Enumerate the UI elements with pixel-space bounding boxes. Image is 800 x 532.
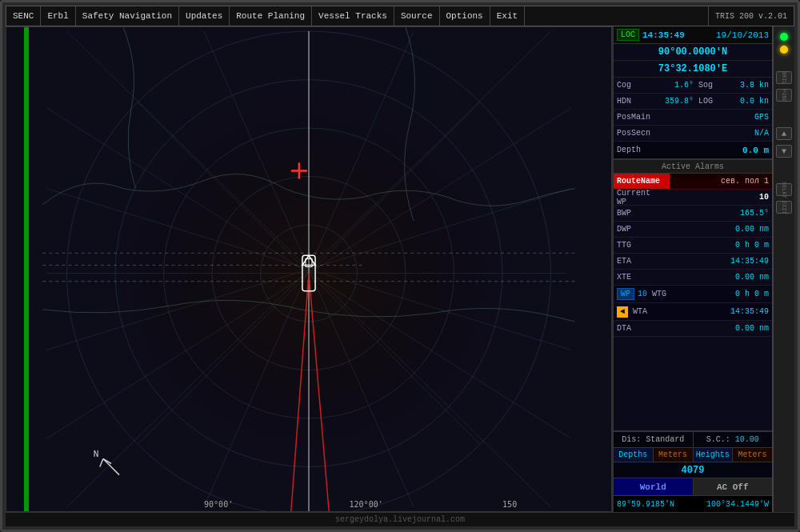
menu-bar: SENC Erbl Safety Navigation Updates Rout… [6,6,794,26]
posmain-row: PosMain GPS [614,110,772,126]
possecn-value: N/A [658,129,772,138]
bottom-coord2: 100°34.1449'W [706,500,769,509]
cog-label: Cog [614,81,650,90]
bwp-label: BWP [614,209,658,218]
eta-label: ETA [614,257,658,266]
green-vertical-bar [24,27,29,511]
brand-label: TRIS 200 v.2.01 [708,6,794,26]
menu-item-updates[interactable]: Updates [179,6,230,26]
xte-label: XTE [614,273,658,282]
wtg-value: 0 h 0 m [666,290,772,298]
main-content: N 90°00' 120°00' 150 sergeydolya.livejou… [6,26,794,512]
route-name-row: RouteName сев. пол 1 [614,174,772,190]
selkt-button[interactable]: SELKT [776,183,792,196]
exit-bezel-button[interactable]: EXIT [776,201,792,214]
cog-value: 1.6° [650,81,697,90]
menu-item-safety-nav[interactable]: Safety Navigation [76,6,179,26]
watermark-text: sergeydolya.livejournal.com [335,515,465,524]
sog-value: 3.8 kn [725,81,772,90]
route-name-label: RouteName [614,174,670,189]
wta-label: WTA [633,307,647,316]
date-display: 19/10/2013 [716,30,769,40]
bwp-row: BWP 165.5° [614,206,772,222]
depth-label: Depth [614,146,658,154]
wp-num: 10 [638,290,647,298]
dwp-value: 0.00 nm [658,225,772,234]
ttg-label: TTG [614,241,658,250]
posmain-label: PosMain [614,113,658,122]
eta-value: 14:35:49 [658,257,772,266]
alarms-label: Active Alarms [662,162,724,171]
bottom-section: Dis: Standard S.C.: 10.00 Depths Meters [614,430,772,512]
depth-row: Depth 0.0 m [614,142,772,159]
current-wp-label: Current WP [614,189,658,206]
svg-text:120°00': 120°00' [349,500,382,509]
func-button[interactable]: FUNC [776,89,792,102]
scale-number: 4079 [682,465,705,476]
cog-sog-row: Cog 1.6° Sog 3.8 kn [614,78,772,94]
log-value: 0.0 kn [725,97,772,106]
menu-item-route-planing[interactable]: Route Planing [230,6,312,26]
wp-label: WP [617,288,634,300]
eta-row: ETA 14:35:49 [614,254,772,270]
possecn-row: PosSecn N/A [614,126,772,142]
radar-display: N 90°00' 120°00' 150 sergeydolya.livejou… [6,27,611,511]
status-bar: LOC 14:35:49 19/10/2013 [614,26,772,44]
svg-text:90°00': 90°00' [204,500,233,509]
world-button[interactable]: World [614,478,694,495]
dis-sc-row: Dis: Standard S.C.: 10.00 [614,432,772,448]
side-buttons-panel: BRIL FUNC ▲ ▼ SELKT EXIT [772,26,794,512]
outer-bezel: SENC Erbl Safety Navigation Updates Rout… [0,0,800,532]
depths-label[interactable]: Depths [614,448,654,462]
sc-cell: S.C.: 10.00 [694,432,773,447]
wp-wtg-row: WP 10 WTG 0 h 0 m [614,286,772,303]
led-green [780,33,788,41]
hdn-label: HDN [614,97,650,106]
menu-item-erbl[interactable]: Erbl [41,6,75,26]
menu-item-vessel-tracks[interactable]: Vessel Tracks [312,6,394,26]
wta-value: 14:35:49 [647,307,772,316]
wtg-label: WTG [652,290,666,298]
xte-row: XTE 0.00 nm [614,270,772,286]
xte-value: 0.00 nm [658,273,772,282]
menu-item-senc[interactable]: SENC [6,6,41,26]
loc-indicator: LOC [617,29,639,41]
alarms-bar: Active Alarms [614,159,772,174]
depth-value: 0.0 m [658,146,772,155]
chart-area[interactable]: N 90°00' 120°00' 150 sergeydolya.livejou… [6,26,612,512]
route-name-value: сев. пол 1 [670,177,772,186]
current-wp-row: Current WP 10 [614,190,772,206]
meters1-label[interactable]: Meters [654,448,694,462]
posmain-value: GPS [658,113,772,122]
heights-label[interactable]: Heights [694,448,734,462]
hdn-log-row: HDN 359.8° LOG 0.0 kn [614,94,772,110]
menu-item-source[interactable]: Source [394,6,440,26]
dwp-label: DWP [614,225,658,234]
svg-text:N: N [94,449,99,459]
latitude-display: 90°00.0000'N [614,44,772,61]
up-button[interactable]: ▲ [776,127,792,140]
bottom-bar: sergeydolya.livejournal.com [6,512,794,526]
menu-item-exit[interactable]: Exit [490,6,525,26]
log-label: LOG [697,97,725,106]
ttg-value: 0 h 0 m [658,241,772,250]
world-ac-row: World AC Off [614,478,772,496]
svg-text:150: 150 [502,500,517,509]
depths-heights-row: Depths Meters Heights Meters [614,448,772,462]
route-section: RouteName сев. пол 1 Current WP 10 BWP 1… [614,174,772,430]
down-button[interactable]: ▼ [776,145,792,158]
menu-item-options[interactable]: Options [440,6,490,26]
dta-label: DTA [614,324,658,333]
time-display: 14:35:49 [642,30,685,40]
ac-button[interactable]: AC Off [694,478,773,495]
bril-button[interactable]: BRIL [776,71,792,84]
dwp-row: DWP 0.00 nm [614,222,772,238]
led-yellow [780,46,788,54]
bottom-coord1: 89°59.9185'N [617,500,674,509]
bottom-coords-row: 89°59.9185'N 100°34.1449'W [614,496,772,512]
number-row: 4079 [614,462,772,478]
current-wp-value: 10 [658,193,772,202]
meters2-label[interactable]: Meters [733,448,772,462]
dta-value: 0.00 nm [658,324,772,333]
ttg-row: TTG 0 h 0 m [614,238,772,254]
